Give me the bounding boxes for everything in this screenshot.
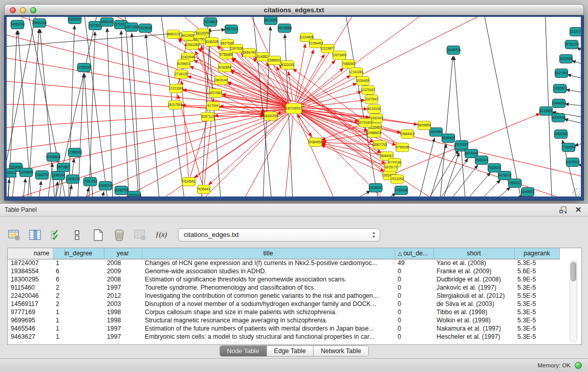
- table-cell[interactable]: Structural magnetic resonance image aver…: [142, 316, 395, 324]
- table-cell[interactable]: 0: [395, 316, 433, 324]
- table-cell[interactable]: 5.3E-5: [514, 283, 559, 292]
- tab-node-table[interactable]: Node Table: [220, 346, 267, 356]
- network-edge[interactable]: [298, 60, 335, 103]
- network-edge[interactable]: [203, 40, 208, 112]
- network-node[interactable]: 7624541: [183, 178, 195, 186]
- column-header-short[interactable]: short: [433, 248, 514, 259]
- network-node[interactable]: 16210643: [551, 114, 566, 122]
- table-cell[interactable]: 1: [53, 259, 104, 267]
- network-node[interactable]: 24055724: [10, 20, 25, 29]
- network-node[interactable]: 9242844: [219, 63, 231, 72]
- table-cell[interactable]: 0: [395, 275, 433, 283]
- row-height-button[interactable]: [70, 228, 84, 242]
- table-cell[interactable]: 5.3E-5: [514, 300, 559, 308]
- table-cell[interactable]: Yano et al. (2008): [433, 259, 514, 267]
- window-resize-grip[interactable]: [572, 188, 580, 196]
- create-column-button[interactable]: [91, 228, 105, 242]
- network-edge[interactable]: [7, 104, 287, 108]
- network-node[interactable]: 12444154: [552, 99, 567, 108]
- network-edge[interactable]: [565, 104, 581, 107]
- network-canvas[interactable]: 2405572420691406106532571527802846616010…: [7, 17, 581, 196]
- table-cell[interactable]: 5.3E-5: [514, 308, 559, 316]
- network-edge[interactable]: [242, 52, 376, 142]
- table-cell[interactable]: 1997: [104, 333, 142, 341]
- network-node[interactable]: 1733426: [395, 186, 408, 195]
- network-node[interactable]: 2718126: [175, 70, 188, 79]
- network-edge[interactable]: [572, 61, 581, 68]
- table-row[interactable]: 977716911998Corpus callosum shape and si…: [8, 308, 559, 316]
- float-panel-icon[interactable]: [558, 205, 568, 214]
- network-node[interactable]: 8267110: [202, 113, 214, 121]
- network-node[interactable]: 8215953: [540, 107, 553, 116]
- network-node[interactable]: 8912955: [182, 32, 194, 40]
- network-node[interactable]: 12093572: [553, 84, 568, 93]
- network-edge[interactable]: [107, 28, 113, 196]
- network-node[interactable]: 17359924: [68, 148, 82, 157]
- table-cell[interactable]: 5.3E-5: [514, 316, 559, 324]
- network-node[interactable]: 7485083: [342, 60, 355, 69]
- network-edge[interactable]: [190, 99, 213, 177]
- network-node[interactable]: 8466160: [101, 18, 114, 27]
- network-node[interactable]: 10654112: [508, 179, 522, 188]
- network-node[interactable]: 9199601: [178, 60, 190, 69]
- table-cell[interactable]: Nakamura et al. (1997): [433, 324, 514, 333]
- network-node[interactable]: 18807293: [373, 141, 387, 149]
- network-node[interactable]: 5938928: [442, 134, 455, 143]
- network-node[interactable]: 11575187: [361, 86, 375, 95]
- network-node[interactable]: 15751074: [564, 40, 579, 49]
- network-edge[interactable]: [483, 187, 510, 196]
- table-cell[interactable]: 0: [395, 292, 433, 300]
- network-edge[interactable]: [575, 140, 581, 146]
- table-cell[interactable]: Estimation of the future numbers of pati…: [142, 324, 395, 333]
- memory-status-indicator[interactable]: [575, 362, 582, 369]
- network-edge[interactable]: [564, 119, 581, 126]
- network-edge[interactable]: [146, 34, 160, 196]
- network-node[interactable]: 9329966: [560, 55, 573, 63]
- table-row[interactable]: 969969511998Structural magnetic resonanc…: [8, 316, 559, 324]
- network-node[interactable]: 8813054: [265, 17, 277, 25]
- network-node[interactable]: 7979197: [455, 141, 468, 149]
- tab-network-table[interactable]: Network Table: [314, 346, 368, 356]
- function-builder-button[interactable]: ƒ(x): [154, 228, 168, 242]
- table-cell[interactable]: 2008: [104, 259, 142, 267]
- table-cell[interactable]: 5.9E-5: [514, 275, 559, 283]
- network-node[interactable]: 2935114: [475, 156, 488, 165]
- window-titlebar[interactable]: citations_edges.txt: [4, 4, 584, 15]
- network-node[interactable]: 12342757: [35, 171, 50, 180]
- column-header-pagerank[interactable]: pagerank: [514, 248, 559, 259]
- network-node[interactable]: 12505135: [66, 175, 80, 184]
- network-node[interactable]: 7522254: [391, 175, 404, 184]
- network-node[interactable]: 9756685: [220, 51, 233, 59]
- network-node[interactable]: 7635441: [198, 185, 210, 194]
- network-node[interactable]: 21053346: [77, 63, 92, 72]
- table-cell[interactable]: Hescheler et al. (1997): [433, 333, 514, 341]
- table-cell[interactable]: 2: [53, 283, 104, 292]
- network-node[interactable]: 12923448: [127, 191, 142, 197]
- network-edge[interactable]: [183, 90, 287, 107]
- network-node[interactable]: 19654923: [400, 130, 415, 139]
- network-node[interactable]: 11156869: [19, 168, 33, 177]
- network-edge[interactable]: [209, 113, 289, 185]
- column-header-in_degree[interactable]: in_degree: [53, 248, 104, 259]
- network-node[interactable]: 15692991: [554, 130, 569, 139]
- network-edge[interactable]: [300, 17, 518, 105]
- table-cell[interactable]: 1: [53, 333, 104, 341]
- table-cell[interactable]: 18724007: [8, 259, 53, 267]
- network-edge[interactable]: [457, 172, 490, 196]
- network-edge[interactable]: [213, 116, 264, 117]
- network-node[interactable]: 7857224: [225, 25, 238, 34]
- network-node[interactable]: 14671355: [124, 23, 139, 32]
- network-node[interactable]: 3915911: [7, 169, 16, 178]
- table-cell[interactable]: Stergiakouli et al. (2012): [433, 292, 514, 300]
- table-row[interactable]: 911546021997Tourette syndrome. Phenomeno…: [8, 283, 559, 292]
- network-node[interactable]: 8322033: [281, 61, 294, 70]
- table-cell[interactable]: 5.5E-5: [514, 292, 559, 300]
- table-source-selector[interactable]: citations_edges.txt ▲▼: [178, 228, 380, 242]
- network-edge[interactable]: [442, 165, 478, 196]
- network-edge[interactable]: [232, 115, 290, 196]
- network-edge[interactable]: [334, 191, 371, 196]
- network-edge[interactable]: [99, 192, 104, 196]
- network-edge[interactable]: [301, 108, 367, 109]
- network-edge[interactable]: [132, 33, 141, 196]
- table-row[interactable]: 1456911722003Disruption of a novel membe…: [8, 300, 559, 308]
